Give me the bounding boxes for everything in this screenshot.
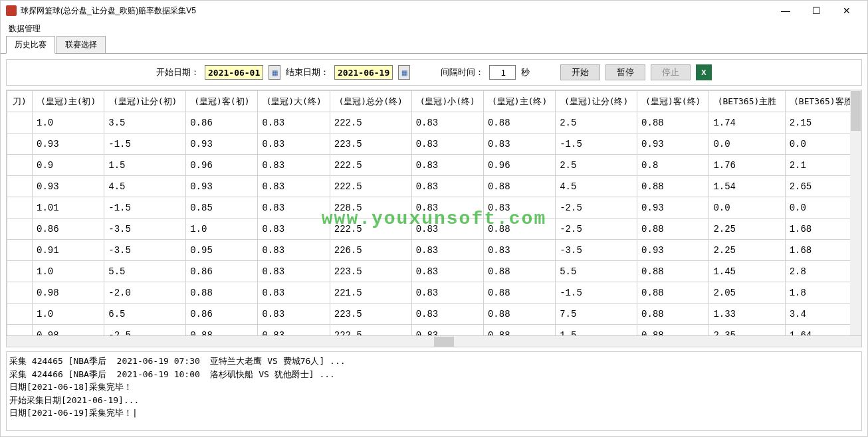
table-cell: 0.86	[33, 218, 104, 240]
table-cell: 0.83	[411, 240, 483, 261]
table-cell: 222.5	[330, 218, 411, 240]
table-row[interactable]: 1.03.50.860.83222.50.830.882.50.881.742.…	[7, 112, 861, 133]
table-cell: 0.9	[33, 155, 104, 176]
table-cell	[7, 218, 33, 240]
table-cell: 0.88	[483, 112, 555, 133]
table-cell: 4.5	[104, 176, 186, 197]
table-cell: 0.83	[411, 282, 483, 304]
table-cell: 0.0	[709, 133, 785, 155]
table-cell: 0.98	[33, 325, 104, 336]
table-cell: 222.5	[330, 176, 411, 197]
table-cell: 1.0	[33, 304, 104, 325]
table-cell: -1.5	[556, 133, 637, 155]
table-row[interactable]: 0.98-2.00.880.83221.50.830.88-1.50.882.0…	[7, 282, 861, 304]
column-header[interactable]: (皇冠)客(初)	[186, 91, 258, 112]
start-button[interactable]: 开始	[560, 64, 600, 80]
column-header[interactable]: (BET365)主胜	[709, 91, 785, 112]
table-cell: 0.83	[258, 133, 330, 155]
table-cell	[7, 176, 33, 197]
table-cell: -1.5	[556, 282, 637, 304]
table-cell: 0.83	[411, 176, 483, 197]
column-header[interactable]: (皇冠)总分(终)	[330, 91, 411, 112]
column-header[interactable]: (皇冠)大(终)	[258, 91, 330, 112]
table-cell: 0.83	[483, 240, 555, 261]
table-cell: 0.83	[258, 240, 330, 261]
table-cell: 1.01	[33, 197, 104, 218]
stop-button[interactable]: 停止	[651, 64, 691, 80]
table-cell: 0.88	[186, 282, 258, 304]
column-header[interactable]: (皇冠)主(初)	[33, 91, 104, 112]
table-cell: 6.5	[104, 304, 186, 325]
table-cell: 0.88	[186, 325, 258, 336]
table-cell: 0.88	[637, 261, 709, 282]
table-cell: -3.5	[556, 240, 637, 261]
column-header[interactable]: (皇冠)让分(终)	[556, 91, 637, 112]
table-cell	[7, 240, 33, 261]
start-date-picker-icon[interactable]: ▦	[269, 65, 280, 80]
table-cell	[7, 325, 33, 336]
table-cell: 0.95	[186, 240, 258, 261]
column-header[interactable]: (皇冠)主(终)	[483, 91, 555, 112]
table-cell: 1.76	[709, 155, 785, 176]
table-cell: 0.83	[411, 325, 483, 336]
table-cell: 1.45	[709, 261, 785, 282]
table-row[interactable]: 0.93-1.50.930.83223.50.830.83-1.50.930.0…	[7, 133, 861, 155]
table-cell: 2.5	[556, 112, 637, 133]
horizontal-scrollbar[interactable]	[7, 335, 861, 347]
table-cell: 221.5	[330, 282, 411, 304]
table-cell: 0.83	[258, 197, 330, 218]
table-row[interactable]: 0.86-3.51.00.83222.50.830.88-2.50.882.25…	[7, 218, 861, 240]
table-cell: -2.5	[104, 325, 186, 336]
table-cell	[7, 304, 33, 325]
table-cell: 0.83	[258, 304, 330, 325]
start-date-input[interactable]	[205, 65, 263, 80]
tab-league-select[interactable]: 联赛选择	[56, 36, 106, 53]
table-row[interactable]: 0.98-2.50.880.83222.50.830.881.50.882.35…	[7, 325, 861, 336]
table-cell	[7, 197, 33, 218]
table-cell: 1.0	[33, 112, 104, 133]
table-cell: 0.93	[637, 197, 709, 218]
table-cell: 0.88	[483, 176, 555, 197]
table-cell: 0.96	[186, 155, 258, 176]
interval-input[interactable]	[489, 65, 516, 80]
table-cell: 0.83	[411, 197, 483, 218]
table-row[interactable]: 0.91.50.960.83222.50.830.962.50.81.762.1	[7, 155, 861, 176]
end-date-picker-icon[interactable]: ▦	[398, 65, 410, 80]
tab-history[interactable]: 历史比赛	[6, 36, 55, 54]
window-title: 球探网篮球(总分盘_让分盘_欧赔)赔率数据采集V5	[21, 5, 770, 17]
table-cell	[7, 261, 33, 282]
export-excel-button[interactable]: X	[696, 64, 712, 80]
table-cell: 0.93	[637, 133, 709, 155]
menu-data-manage[interactable]: 数据管理	[6, 22, 43, 36]
table-cell: 0.88	[483, 282, 555, 304]
column-header[interactable]: (皇冠)小(终)	[411, 91, 483, 112]
pause-button[interactable]: 暂停	[605, 64, 645, 80]
table-cell: 2.5	[556, 155, 637, 176]
toolbar: 开始日期： ▦ 结束日期： ▦ 间隔时间： 秒 开始 暂停 停止 X	[6, 59, 862, 86]
table-row[interactable]: 1.06.50.860.83223.50.830.887.50.881.333.…	[7, 304, 861, 325]
table-cell: 222.5	[330, 112, 411, 133]
table-cell: 223.5	[330, 133, 411, 155]
table-cell: 0.93	[637, 240, 709, 261]
close-button[interactable]: ✕	[831, 1, 862, 21]
table-cell: -1.5	[104, 197, 186, 218]
table-cell: 0.86	[186, 112, 258, 133]
app-icon	[6, 5, 17, 16]
column-header[interactable]: (皇冠)让分(初)	[104, 91, 186, 112]
end-date-input[interactable]	[334, 65, 393, 80]
table-row[interactable]: 1.01-1.50.850.83228.50.830.83-2.50.930.0…	[7, 197, 861, 218]
table-scroll[interactable]: 刀)(皇冠)主(初)(皇冠)让分(初)(皇冠)客(初)(皇冠)大(终)(皇冠)总…	[7, 90, 861, 335]
log-output[interactable]: 采集 424465 [NBA季后 2021-06-19 07:30 亚特兰大老鹰…	[6, 351, 862, 431]
table-cell: 0.93	[33, 176, 104, 197]
table-cell: 0.83	[411, 133, 483, 155]
table-row[interactable]: 1.05.50.860.83223.50.830.885.50.881.452.…	[7, 261, 861, 282]
minimize-button[interactable]: —	[770, 1, 801, 21]
table-cell: 0.86	[186, 261, 258, 282]
table-cell: 0.88	[483, 261, 555, 282]
column-header[interactable]: (皇冠)客(终)	[637, 91, 709, 112]
table-row[interactable]: 0.91-3.50.950.83226.50.830.83-3.50.932.2…	[7, 240, 861, 261]
column-header[interactable]: 刀)	[7, 91, 33, 112]
maximize-button[interactable]: ☐	[801, 1, 831, 21]
table-row[interactable]: 0.934.50.930.83222.50.830.884.50.881.542…	[7, 176, 861, 197]
vertical-scrollbar[interactable]	[850, 90, 861, 335]
